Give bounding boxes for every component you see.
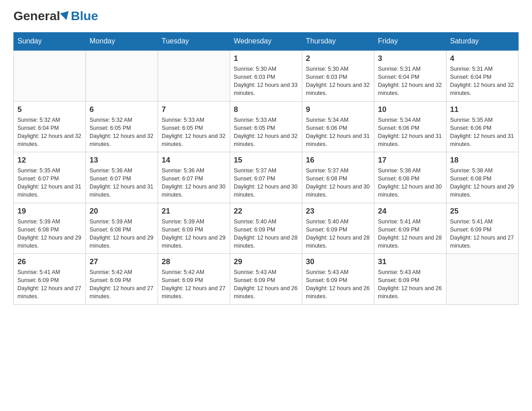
day-info: Sunrise: 5:39 AM Sunset: 6:08 PM Dayligh… xyxy=(17,218,82,250)
calendar-cell: 6Sunrise: 5:32 AM Sunset: 6:05 PM Daylig… xyxy=(86,101,158,152)
day-info: Sunrise: 5:42 AM Sunset: 6:09 PM Dayligh… xyxy=(162,268,226,301)
logo: General Blue xyxy=(13,9,98,23)
calendar-cell: 28Sunrise: 5:42 AM Sunset: 6:09 PM Dayli… xyxy=(158,254,230,305)
calendar-cell xyxy=(86,50,158,101)
weekday-header-monday: Monday xyxy=(86,33,158,51)
day-number: 30 xyxy=(306,257,370,266)
calendar-week-row: 19Sunrise: 5:39 AM Sunset: 6:08 PM Dayli… xyxy=(14,203,519,254)
day-info: Sunrise: 5:35 AM Sunset: 6:06 PM Dayligh… xyxy=(450,116,515,149)
calendar-cell: 12Sunrise: 5:35 AM Sunset: 6:07 PM Dayli… xyxy=(14,152,86,203)
day-number: 1 xyxy=(234,54,298,63)
day-number: 11 xyxy=(450,105,515,114)
day-info: Sunrise: 5:30 AM Sunset: 6:03 PM Dayligh… xyxy=(306,65,370,98)
day-number: 12 xyxy=(17,156,82,165)
calendar-cell: 10Sunrise: 5:34 AM Sunset: 6:06 PM Dayli… xyxy=(374,101,446,152)
calendar-cell: 30Sunrise: 5:43 AM Sunset: 6:09 PM Dayli… xyxy=(302,254,374,305)
weekday-header-friday: Friday xyxy=(374,33,446,51)
calendar-cell: 2Sunrise: 5:30 AM Sunset: 6:03 PM Daylig… xyxy=(302,50,374,101)
day-info: Sunrise: 5:40 AM Sunset: 6:09 PM Dayligh… xyxy=(234,218,298,250)
calendar-cell: 5Sunrise: 5:32 AM Sunset: 6:04 PM Daylig… xyxy=(14,101,86,152)
day-number: 4 xyxy=(450,54,515,63)
calendar-cell: 19Sunrise: 5:39 AM Sunset: 6:08 PM Dayli… xyxy=(14,203,86,254)
calendar-week-row: 12Sunrise: 5:35 AM Sunset: 6:07 PM Dayli… xyxy=(14,152,519,203)
day-number: 29 xyxy=(234,257,298,266)
calendar-cell: 18Sunrise: 5:38 AM Sunset: 6:08 PM Dayli… xyxy=(446,152,519,203)
day-number: 15 xyxy=(234,156,298,165)
day-number: 26 xyxy=(17,257,82,266)
calendar-cell: 7Sunrise: 5:33 AM Sunset: 6:05 PM Daylig… xyxy=(158,101,230,152)
day-number: 27 xyxy=(90,257,154,266)
calendar-cell xyxy=(158,50,230,101)
day-number: 17 xyxy=(378,156,442,165)
calendar-cell: 24Sunrise: 5:41 AM Sunset: 6:09 PM Dayli… xyxy=(374,203,446,254)
day-info: Sunrise: 5:37 AM Sunset: 6:08 PM Dayligh… xyxy=(306,167,370,199)
day-info: Sunrise: 5:35 AM Sunset: 6:07 PM Dayligh… xyxy=(17,167,82,199)
weekday-header-row: SundayMondayTuesdayWednesdayThursdayFrid… xyxy=(14,33,519,51)
day-info: Sunrise: 5:34 AM Sunset: 6:06 PM Dayligh… xyxy=(306,116,370,149)
calendar-cell: 26Sunrise: 5:41 AM Sunset: 6:09 PM Dayli… xyxy=(14,254,86,305)
day-number: 14 xyxy=(162,156,226,165)
calendar-cell: 21Sunrise: 5:39 AM Sunset: 6:09 PM Dayli… xyxy=(158,203,230,254)
day-info: Sunrise: 5:41 AM Sunset: 6:09 PM Dayligh… xyxy=(450,218,515,250)
day-number: 16 xyxy=(306,156,370,165)
day-number: 24 xyxy=(378,207,442,216)
day-info: Sunrise: 5:34 AM Sunset: 6:06 PM Dayligh… xyxy=(378,116,442,149)
logo-general-text: General xyxy=(13,9,60,23)
weekday-header-thursday: Thursday xyxy=(302,33,374,51)
calendar-cell: 13Sunrise: 5:36 AM Sunset: 6:07 PM Dayli… xyxy=(86,152,158,203)
day-number: 21 xyxy=(162,207,226,216)
day-info: Sunrise: 5:40 AM Sunset: 6:09 PM Dayligh… xyxy=(306,218,370,250)
day-info: Sunrise: 5:39 AM Sunset: 6:09 PM Dayligh… xyxy=(162,218,226,250)
calendar-cell: 14Sunrise: 5:36 AM Sunset: 6:07 PM Dayli… xyxy=(158,152,230,203)
calendar-cell: 9Sunrise: 5:34 AM Sunset: 6:06 PM Daylig… xyxy=(302,101,374,152)
header: General Blue xyxy=(13,9,519,23)
day-number: 2 xyxy=(306,54,370,63)
day-number: 7 xyxy=(162,105,226,114)
day-info: Sunrise: 5:36 AM Sunset: 6:07 PM Dayligh… xyxy=(90,167,154,199)
day-info: Sunrise: 5:32 AM Sunset: 6:05 PM Dayligh… xyxy=(90,116,154,149)
day-info: Sunrise: 5:43 AM Sunset: 6:09 PM Dayligh… xyxy=(378,268,442,301)
calendar-week-row: 5Sunrise: 5:32 AM Sunset: 6:04 PM Daylig… xyxy=(14,101,519,152)
day-info: Sunrise: 5:31 AM Sunset: 6:04 PM Dayligh… xyxy=(378,65,442,98)
calendar-cell: 22Sunrise: 5:40 AM Sunset: 6:09 PM Dayli… xyxy=(230,203,302,254)
day-number: 6 xyxy=(90,105,154,114)
calendar-cell: 4Sunrise: 5:31 AM Sunset: 6:04 PM Daylig… xyxy=(446,50,519,101)
day-info: Sunrise: 5:42 AM Sunset: 6:09 PM Dayligh… xyxy=(90,268,154,301)
day-number: 9 xyxy=(306,105,370,114)
calendar-cell: 1Sunrise: 5:30 AM Sunset: 6:03 PM Daylig… xyxy=(230,50,302,101)
day-number: 20 xyxy=(90,207,154,216)
calendar-cell: 31Sunrise: 5:43 AM Sunset: 6:09 PM Dayli… xyxy=(374,254,446,305)
day-info: Sunrise: 5:32 AM Sunset: 6:04 PM Dayligh… xyxy=(17,116,82,149)
calendar-cell: 17Sunrise: 5:38 AM Sunset: 6:08 PM Dayli… xyxy=(374,152,446,203)
day-number: 10 xyxy=(378,105,442,114)
calendar-cell: 8Sunrise: 5:33 AM Sunset: 6:05 PM Daylig… xyxy=(230,101,302,152)
day-number: 23 xyxy=(306,207,370,216)
day-number: 3 xyxy=(378,54,442,63)
day-info: Sunrise: 5:43 AM Sunset: 6:09 PM Dayligh… xyxy=(306,268,370,301)
logo-blue-text: Blue xyxy=(71,9,98,23)
day-info: Sunrise: 5:37 AM Sunset: 6:07 PM Dayligh… xyxy=(234,167,298,199)
calendar-cell: 23Sunrise: 5:40 AM Sunset: 6:09 PM Dayli… xyxy=(302,203,374,254)
day-info: Sunrise: 5:36 AM Sunset: 6:07 PM Dayligh… xyxy=(162,167,226,199)
day-info: Sunrise: 5:38 AM Sunset: 6:08 PM Dayligh… xyxy=(450,167,515,199)
day-number: 8 xyxy=(234,105,298,114)
day-info: Sunrise: 5:41 AM Sunset: 6:09 PM Dayligh… xyxy=(17,268,82,301)
day-info: Sunrise: 5:41 AM Sunset: 6:09 PM Dayligh… xyxy=(378,218,442,250)
day-info: Sunrise: 5:39 AM Sunset: 6:08 PM Dayligh… xyxy=(90,218,154,250)
calendar-cell: 11Sunrise: 5:35 AM Sunset: 6:06 PM Dayli… xyxy=(446,101,519,152)
day-info: Sunrise: 5:31 AM Sunset: 6:04 PM Dayligh… xyxy=(450,65,515,98)
calendar-cell: 29Sunrise: 5:43 AM Sunset: 6:09 PM Dayli… xyxy=(230,254,302,305)
weekday-header-wednesday: Wednesday xyxy=(230,33,302,51)
day-number: 25 xyxy=(450,207,515,216)
day-info: Sunrise: 5:30 AM Sunset: 6:03 PM Dayligh… xyxy=(234,65,298,98)
weekday-header-tuesday: Tuesday xyxy=(158,33,230,51)
calendar-cell: 20Sunrise: 5:39 AM Sunset: 6:08 PM Dayli… xyxy=(86,203,158,254)
weekday-header-sunday: Sunday xyxy=(14,33,86,51)
day-number: 19 xyxy=(17,207,82,216)
day-info: Sunrise: 5:33 AM Sunset: 6:05 PM Dayligh… xyxy=(162,116,226,149)
day-number: 13 xyxy=(90,156,154,165)
day-info: Sunrise: 5:43 AM Sunset: 6:09 PM Dayligh… xyxy=(234,268,298,301)
day-number: 31 xyxy=(378,257,442,266)
weekday-header-saturday: Saturday xyxy=(446,33,519,51)
calendar-cell: 3Sunrise: 5:31 AM Sunset: 6:04 PM Daylig… xyxy=(374,50,446,101)
